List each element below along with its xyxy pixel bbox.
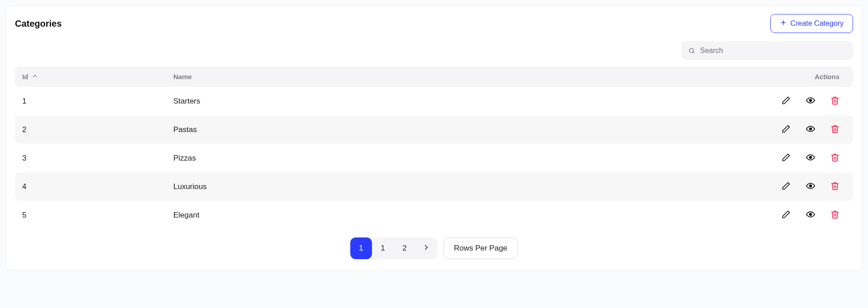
eye-icon [806, 210, 815, 220]
page-button-1[interactable]: 1 [372, 237, 394, 259]
view-button[interactable] [806, 153, 815, 163]
view-button[interactable] [806, 210, 815, 220]
table-row: 4Luxurious [15, 172, 853, 201]
svg-point-2 [690, 48, 694, 52]
categories-table: Id Name Actions 1Starters2Pastas3Pizzas4… [15, 66, 853, 229]
table-header-row: Id Name Actions [15, 66, 853, 87]
cell-name: Elegant [173, 211, 763, 220]
delete-button[interactable] [830, 181, 839, 192]
svg-line-3 [693, 52, 694, 53]
delete-button[interactable] [830, 210, 839, 220]
cell-actions [763, 96, 853, 106]
cell-id: 1 [15, 97, 173, 106]
cell-actions [763, 153, 853, 163]
view-button[interactable] [806, 96, 815, 106]
chevron-right-icon [422, 243, 430, 254]
svg-point-5 [810, 128, 812, 130]
cell-id: 4 [15, 182, 173, 191]
create-category-label: Create Category [791, 19, 844, 28]
table-body: 1Starters2Pastas3Pizzas4Luxurious5Elegan… [15, 87, 853, 229]
edit-button[interactable] [782, 153, 791, 163]
svg-point-4 [810, 100, 812, 102]
pencil-icon [782, 181, 791, 192]
col-name-label: Name [173, 73, 192, 81]
pager-row: 1 1 2 Rows Per Page [15, 237, 853, 259]
trash-icon [830, 153, 839, 163]
svg-point-7 [810, 185, 812, 187]
column-header-name[interactable]: Name [173, 73, 763, 81]
col-id-label: Id [22, 73, 28, 81]
cell-name: Starters [173, 97, 763, 106]
table-row: 2Pastas [15, 115, 853, 144]
cell-name: Pastas [173, 125, 763, 134]
cell-id: 3 [15, 154, 173, 163]
eye-icon [806, 181, 815, 192]
pencil-icon [782, 96, 791, 106]
categories-card: Categories Create Category Id Name [5, 5, 863, 270]
eye-icon [806, 96, 815, 106]
create-category-button[interactable]: Create Category [770, 14, 853, 33]
delete-button[interactable] [830, 124, 839, 135]
search-wrap [681, 41, 853, 60]
cell-name: Pizzas [173, 154, 763, 163]
search-row [15, 41, 853, 60]
page-title: Categories [15, 19, 62, 29]
rows-per-page-button[interactable]: Rows Per Page [444, 237, 518, 259]
page-next-button[interactable] [415, 237, 437, 259]
column-header-actions: Actions [763, 73, 853, 81]
cell-actions [763, 124, 853, 135]
cell-id: 2 [15, 125, 173, 134]
pencil-icon [782, 124, 791, 135]
view-button[interactable] [806, 124, 815, 135]
search-input[interactable] [681, 41, 853, 60]
eye-icon [806, 153, 815, 163]
trash-icon [830, 181, 839, 192]
edit-button[interactable] [782, 210, 791, 220]
column-header-id[interactable]: Id [15, 73, 173, 81]
trash-icon [830, 210, 839, 220]
pager: 1 1 2 [350, 237, 437, 259]
table-row: 1Starters [15, 87, 853, 115]
delete-button[interactable] [830, 96, 839, 106]
cell-actions [763, 181, 853, 192]
delete-button[interactable] [830, 153, 839, 163]
col-actions-label: Actions [815, 73, 839, 81]
table-row: 5Elegant [15, 201, 853, 229]
svg-point-6 [810, 156, 812, 159]
page-button-2[interactable]: 2 [394, 237, 415, 259]
eye-icon [806, 124, 815, 135]
card-header: Categories Create Category [15, 14, 853, 33]
svg-point-8 [810, 213, 812, 216]
search-icon [688, 47, 695, 54]
pencil-icon [782, 153, 791, 163]
edit-button[interactable] [782, 96, 791, 106]
view-button[interactable] [806, 181, 815, 192]
cell-id: 5 [15, 211, 173, 220]
edit-button[interactable] [782, 124, 791, 135]
sort-asc-icon [32, 73, 38, 81]
pencil-icon [782, 210, 791, 220]
edit-button[interactable] [782, 181, 791, 192]
page-button-1-active[interactable]: 1 [350, 237, 372, 259]
plus-icon [780, 19, 787, 28]
trash-icon [830, 96, 839, 106]
trash-icon [830, 124, 839, 135]
cell-name: Luxurious [173, 182, 763, 191]
table-row: 3Pizzas [15, 144, 853, 172]
cell-actions [763, 210, 853, 220]
